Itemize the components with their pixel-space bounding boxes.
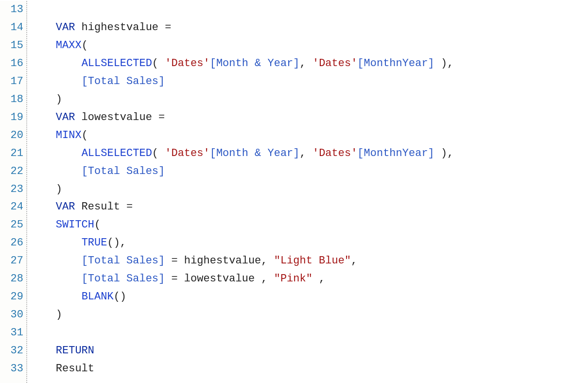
code-token: RETURN — [56, 345, 94, 357]
code-token: [Month & Year] — [210, 57, 300, 70]
code-token — [30, 201, 56, 213]
line-number: 18 — [0, 91, 23, 109]
code-token — [30, 75, 82, 87]
code-line[interactable]: ALLSELECTED( 'Dates'[Month & Year], 'Dat… — [30, 55, 588, 73]
code-line[interactable]: ) — [30, 91, 588, 109]
code-token: , — [351, 255, 357, 267]
code-token: ) — [56, 309, 62, 321]
code-token: [Total Sales] — [82, 255, 165, 267]
code-token: 'Dates' — [312, 57, 357, 70]
code-token: VAR — [56, 21, 75, 34]
code-token — [30, 147, 82, 159]
code-line[interactable]: [Total Sales] — [30, 73, 588, 91]
code-token — [30, 219, 56, 231]
code-token: lowestvalue — [75, 111, 158, 123]
line-number: 16 — [0, 55, 23, 73]
line-number: 27 — [0, 252, 23, 270]
code-editor: 1314151617181920212223242526272829303132… — [0, 0, 588, 383]
code-token: Result — [56, 363, 94, 375]
code-token: = — [158, 111, 165, 123]
code-token: highestvalue — [75, 21, 165, 34]
code-token: (), — [107, 237, 126, 249]
line-number: 23 — [0, 181, 23, 199]
code-token — [30, 237, 82, 249]
code-token: ( — [82, 39, 88, 52]
code-token: = — [126, 201, 133, 213]
code-line[interactable]: ) — [30, 306, 588, 324]
line-number: 14 — [0, 19, 23, 37]
code-line[interactable] — [30, 324, 588, 342]
code-line[interactable]: ALLSELECTED( 'Dates'[Month & Year], 'Dat… — [30, 145, 588, 163]
code-token: ( — [152, 147, 165, 159]
code-line[interactable] — [30, 1, 588, 19]
code-token — [30, 183, 56, 195]
code-token — [30, 255, 82, 267]
line-number: 33 — [0, 360, 23, 378]
code-token: ALLSELECTED — [82, 147, 152, 159]
code-line[interactable]: ) — [30, 181, 588, 199]
code-token — [30, 93, 56, 105]
line-number: 21 — [0, 145, 23, 163]
code-token — [30, 57, 82, 70]
code-token: 'Dates' — [165, 57, 209, 70]
code-token — [30, 165, 82, 177]
code-line[interactable]: [Total Sales] = highestvalue, "Light Blu… — [30, 252, 588, 270]
code-token: "Light Blue" — [274, 255, 351, 267]
code-token: ( — [82, 129, 88, 141]
line-number: 25 — [0, 216, 23, 234]
code-token: 'Dates' — [165, 147, 209, 159]
line-number: 29 — [0, 288, 23, 306]
code-token: , — [312, 273, 325, 285]
code-area[interactable]: VAR highestvalue = MAXX( ALLSELECTED( 'D… — [27, 1, 588, 383]
line-number: 22 — [0, 163, 23, 181]
code-token: "Pink" — [274, 273, 312, 285]
code-line[interactable]: TRUE(), — [30, 234, 588, 252]
code-token: VAR — [56, 201, 75, 213]
code-token: MINX — [56, 129, 82, 141]
code-line[interactable]: RETURN — [30, 342, 588, 360]
code-line[interactable]: [Total Sales] = lowestvalue , "Pink" , — [30, 270, 588, 288]
code-line[interactable]: [Total Sales] — [30, 163, 588, 181]
line-number: 32 — [0, 342, 23, 360]
code-token: = — [165, 21, 171, 34]
code-token — [30, 111, 56, 123]
code-token: [Month & Year] — [210, 147, 300, 159]
line-number: 19 — [0, 109, 23, 127]
line-number: 30 — [0, 306, 23, 324]
code-line[interactable]: SWITCH( — [30, 216, 588, 234]
code-token: 'Dates' — [312, 147, 357, 159]
line-number: 31 — [0, 324, 23, 342]
code-line[interactable]: VAR Result = — [30, 198, 588, 216]
code-token — [30, 39, 56, 52]
code-token: [MonthnYear] — [357, 57, 434, 70]
line-number: 17 — [0, 73, 23, 91]
code-token: ( — [152, 57, 165, 70]
code-line[interactable]: Result — [30, 360, 588, 378]
code-line[interactable]: VAR highestvalue = — [30, 19, 588, 37]
code-token: TRUE — [82, 237, 107, 249]
code-token — [30, 291, 82, 303]
code-token: [MonthnYear] — [357, 147, 434, 159]
code-token: SWITCH — [56, 219, 94, 231]
code-line[interactable]: MAXX( — [30, 37, 588, 55]
code-line[interactable]: BLANK() — [30, 288, 588, 306]
code-token — [30, 273, 82, 285]
code-token: ), — [434, 57, 454, 70]
line-number: 28 — [0, 270, 23, 288]
code-token: VAR — [56, 111, 75, 123]
code-line[interactable]: MINX( — [30, 127, 588, 145]
code-token: ) — [56, 93, 62, 105]
line-number: 24 — [0, 198, 23, 216]
line-number: 15 — [0, 37, 23, 55]
code-token: [Total Sales] — [82, 273, 165, 285]
code-token: ) — [56, 183, 62, 195]
code-token — [30, 309, 56, 321]
code-line[interactable]: VAR lowestvalue = — [30, 109, 588, 127]
code-token: Result — [75, 201, 126, 213]
code-token — [30, 345, 56, 357]
code-token: BLANK — [82, 291, 114, 303]
code-token: = lowestvalue , — [165, 273, 274, 285]
line-number-gutter: 1314151617181920212223242526272829303132… — [0, 1, 27, 383]
code-token — [30, 129, 56, 141]
line-number: 20 — [0, 127, 23, 145]
